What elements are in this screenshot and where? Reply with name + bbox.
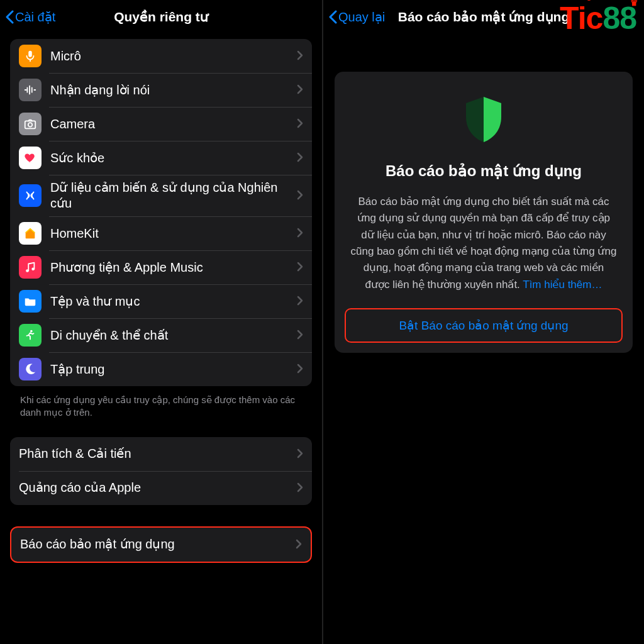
row-privacy-report[interactable]: Báo cáo bảo mật ứng dụng <box>11 528 311 562</box>
chevron-right-icon <box>297 116 303 132</box>
chevron-right-icon <box>297 361 303 377</box>
group-footer-note: Khi các ứng dụng yêu cầu truy cập, chúng… <box>0 394 322 419</box>
health-icon <box>19 147 42 169</box>
privacy-report-group: Báo cáo bảo mật ứng dụng <box>10 526 312 563</box>
analytics-group: Phân tích & Cải tiếnQuảng cáo của Apple <box>10 437 312 505</box>
sensor-icon <box>19 184 42 207</box>
micro-icon <box>19 45 42 67</box>
row-speech[interactable]: Nhận dạng lời nói <box>10 73 312 107</box>
learn-more-link[interactable]: Tìm hiểu thêm… <box>523 279 602 291</box>
motion-icon <box>19 324 42 347</box>
focus-icon <box>19 358 42 380</box>
row-label: Camera <box>50 116 292 132</box>
back-label: Cài đặt <box>15 9 55 25</box>
chevron-right-icon <box>297 82 303 98</box>
homekit-icon <box>19 222 42 245</box>
page-title-right: Báo cáo bảo mật ứng dụng <box>398 9 570 25</box>
row-label: Phương tiện & Apple Music <box>50 260 292 275</box>
files-icon <box>19 290 42 313</box>
row-health[interactable]: Sức khỏe <box>10 141 312 175</box>
row-label: Quảng cáo của Apple <box>19 480 292 496</box>
chevron-right-icon <box>297 480 303 496</box>
chevron-right-icon <box>297 446 303 462</box>
privacy-settings-pane: Cài đặt Quyền riêng tư MicrôNhận dạng lờ… <box>0 0 322 644</box>
settings-scroll[interactable]: MicrôNhận dạng lời nóiCameraSức khỏeDữ l… <box>0 34 322 563</box>
chevron-right-icon <box>297 225 303 242</box>
row-sensor[interactable]: Dữ liệu cảm biến & sử dụng của Nghiên cứ… <box>10 175 312 216</box>
navbar-left: Cài đặt Quyền riêng tư <box>0 0 322 34</box>
row-label: Dữ liệu cảm biến & sử dụng của Nghiên cứ… <box>50 180 292 211</box>
row-homekit[interactable]: HomeKit <box>10 216 312 250</box>
media-icon <box>19 256 42 279</box>
watermark-logo: Tic88 ♛ <box>560 0 636 36</box>
svg-rect-0 <box>28 51 32 57</box>
back-button-right[interactable]: Quay lại <box>328 0 385 34</box>
chevron-left-icon <box>5 10 14 24</box>
row-label: Phân tích & Cải tiến <box>19 446 292 462</box>
enable-report-button[interactable]: Bật Báo cáo bảo mật ứng dụng <box>345 308 623 343</box>
privacy-categories-group: MicrôNhận dạng lời nóiCameraSức khỏeDữ l… <box>10 39 312 386</box>
row-media[interactable]: Phương tiện & Apple Music <box>10 250 312 284</box>
chevron-right-icon <box>297 48 303 64</box>
privacy-report-pane: Quay lại Báo cáo bảo mật ứng dụng Báo cá… <box>322 0 644 644</box>
row-label: Báo cáo bảo mật ứng dụng <box>20 536 291 552</box>
row-label: Nhận dạng lời nói <box>50 82 292 98</box>
svg-rect-1 <box>25 121 36 128</box>
svg-point-3 <box>26 269 29 272</box>
shield-icon <box>350 94 618 145</box>
row-micro[interactable]: Micrô <box>10 39 312 73</box>
chevron-left-icon <box>328 10 337 24</box>
speech-icon <box>19 79 42 101</box>
row-label: Di chuyển & thể chất <box>50 328 292 343</box>
row-label: Tập trung <box>50 362 292 377</box>
row-label: Tệp và thư mục <box>50 294 292 309</box>
row-analytics[interactable]: Phân tích & Cải tiến <box>10 437 312 471</box>
row-files[interactable]: Tệp và thư mục <box>10 284 312 318</box>
chevron-right-icon <box>297 259 303 275</box>
chevron-right-icon <box>297 327 303 343</box>
svg-point-4 <box>31 267 35 270</box>
row-camera[interactable]: Camera <box>10 107 312 141</box>
privacy-report-card: Báo cáo bảo mật ứng dụng Báo cáo bảo mật… <box>335 72 633 353</box>
back-label: Quay lại <box>338 9 385 25</box>
row-focus[interactable]: Tập trung <box>10 352 312 386</box>
chevron-right-icon <box>296 536 302 553</box>
row-label: Micrô <box>50 48 292 64</box>
row-motion[interactable]: Di chuyển & thể chất <box>10 318 312 352</box>
row-ads[interactable]: Quảng cáo của Apple <box>10 471 312 505</box>
camera-icon <box>19 113 42 135</box>
card-heading: Báo cáo bảo mật ứng dụng <box>350 162 618 180</box>
svg-point-2 <box>28 123 32 126</box>
back-button-left[interactable]: Cài đặt <box>5 0 55 34</box>
chevron-right-icon <box>297 187 303 204</box>
svg-point-5 <box>30 330 33 333</box>
card-body: Báo cáo bảo mật ứng dụng cho biết tần su… <box>350 194 618 293</box>
chevron-right-icon <box>297 150 303 166</box>
chevron-right-icon <box>297 293 303 309</box>
row-label: HomeKit <box>50 226 292 242</box>
row-label: Sức khỏe <box>50 150 292 166</box>
page-title-left: Quyền riêng tư <box>114 9 208 25</box>
